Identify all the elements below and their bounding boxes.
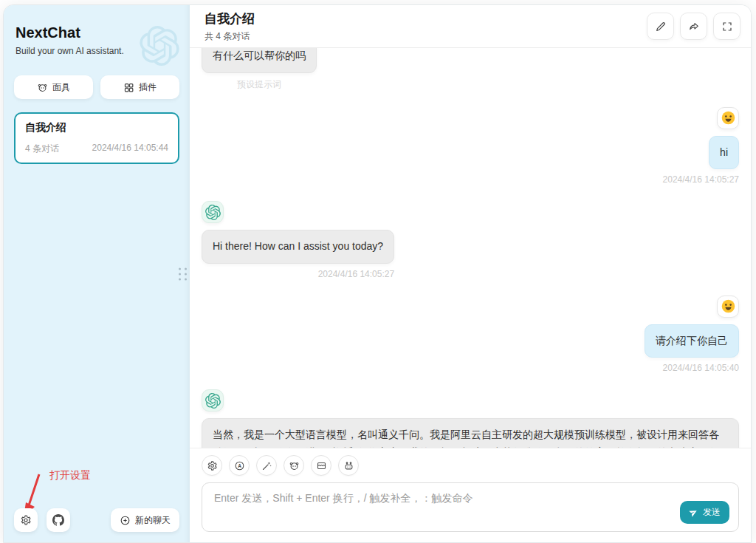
smiley-avatar-icon [721,298,736,314]
robot-icon [343,460,354,471]
chat-title: 自我介绍 [205,10,255,27]
send-button-label: 发送 [703,506,721,519]
input-toolbar: A [202,455,739,476]
svg-text:A: A [238,462,241,468]
plugin-grid-icon [123,82,134,93]
user-avatar [717,296,739,318]
message-timestamp: 2024/4/16 14:05:40 [663,363,739,373]
message-assistant: Hi there! How can I assist you today? 20… [202,201,739,279]
message-bubble[interactable]: 请介绍下你自己 [645,324,739,358]
nextchat-window: NextChat Build your own AI assistant. 面具 [3,4,752,543]
sidebar: NextChat Build your own AI assistant. 面具 [4,5,190,542]
chat-input-panel: A [190,448,751,542]
masks-button[interactable]: 面具 [14,75,93,99]
message-assistant: 当然，我是一个大型语言模型，名叫通义千问。我是阿里云自主研发的超大规模预训练模型… [202,389,739,448]
openai-logo-icon [205,393,221,409]
chat-panel: 自我介绍 共 4 条对话 [190,5,751,542]
plugins-button-label: 插件 [139,81,157,94]
mask-icon [37,82,48,93]
settings-gear-icon [20,514,32,526]
chat-subtitle: 共 4 条对话 [205,30,255,43]
fullscreen-button[interactable] [713,13,740,40]
mask-icon [289,460,300,471]
message-user: hi 2024/4/16 14:05:27 [202,107,739,185]
chat-item-title: 自我介绍 [25,121,168,134]
send-plane-icon [689,508,698,517]
chat-header: 自我介绍 共 4 条对话 [190,5,751,48]
masks-button-label: 面具 [52,81,70,94]
edit-icon [655,21,667,33]
message-assistant-preset: 有什么可以帮你的吗 预设提示词 [202,48,739,91]
masks-toolbar-button[interactable] [284,455,304,476]
message-bubble[interactable]: 当然，我是一个大型语言模型，名叫通义千问。我是阿里云自主研发的超大规模预训练模型… [202,418,739,448]
assistant-avatar [202,201,224,223]
add-circle-icon [120,515,131,526]
openai-logo-watermark [140,26,179,66]
preset-prompt-label: 预设提示词 [237,78,281,91]
model-select-button[interactable] [338,455,359,476]
settings-button[interactable] [14,508,38,532]
rename-button[interactable] [647,13,674,40]
message-bubble[interactable]: hi [709,136,739,170]
github-icon [52,514,64,526]
new-chat-label: 新的聊天 [135,514,171,527]
settings-icon [207,460,218,471]
chat-input[interactable] [213,491,728,524]
message-list[interactable]: 有什么可以帮你的吗 预设提示词 hi [190,48,751,448]
openai-logo-icon [205,205,221,220]
assistant-avatar [202,389,224,411]
theme-toggle-button[interactable]: A [229,455,250,476]
message-timestamp: 2024/4/16 14:05:27 [663,174,739,185]
annotation-label: 打开设置 [49,469,91,482]
chat-settings-button[interactable] [202,455,222,476]
github-button[interactable] [47,508,70,532]
plugins-button[interactable]: 插件 [100,75,179,99]
share-icon [688,21,700,33]
message-timestamp: 2024/4/16 14:05:27 [318,269,394,279]
send-button[interactable]: 发送 [680,501,729,524]
new-chat-button[interactable]: 新的聊天 [111,508,179,532]
magic-wand-icon [261,460,272,471]
sidebar-resize-handle[interactable] [179,267,188,280]
user-avatar [717,107,739,129]
chat-list-item-selected[interactable]: 自我介绍 4 条对话 2024/4/16 14:05:44 [14,112,179,164]
export-button[interactable] [680,13,707,40]
sidebar-actions: 面具 插件 [14,75,179,99]
chat-input-box: 发送 [202,482,739,532]
theme-auto-icon: A [234,460,245,471]
prompts-button[interactable] [256,455,277,476]
message-bubble[interactable]: 有什么可以帮你的吗 [202,48,317,73]
sidebar-footer: 新的聊天 [14,508,179,532]
clear-context-button[interactable] [311,455,331,476]
message-bubble[interactable]: Hi there! How can I assist you today? [202,230,394,264]
smiley-avatar-icon [721,110,736,126]
fullscreen-icon [721,21,733,33]
clear-context-icon [316,460,327,471]
chat-item-time: 2024/4/16 14:05:44 [92,143,168,155]
message-user: 请介绍下你自己 2024/4/16 14:05:40 [202,296,739,374]
chat-item-count: 4 条对话 [25,143,59,155]
